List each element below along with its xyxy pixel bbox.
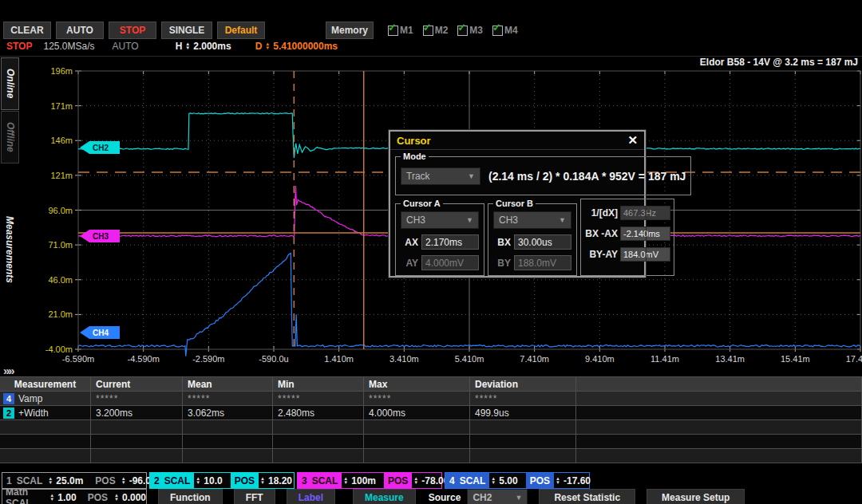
math-scal-value[interactable]: 1.00 xyxy=(57,492,76,503)
toolbar-row: CLEAR AUTO STOP SINGLE Default Memory ✓ … xyxy=(3,22,518,39)
x-tick-label: -590.0u xyxy=(259,354,288,364)
pos-label: POS xyxy=(526,473,554,488)
sidebar-tab-offline[interactable]: Offline xyxy=(1,111,19,163)
h-value: 2.000ms xyxy=(193,41,231,52)
col-measurement: Measurement xyxy=(0,376,91,392)
checkbox-icon[interactable]: ✓ xyxy=(457,26,468,36)
fft-button[interactable]: FFT xyxy=(234,489,275,504)
spinner-icon[interactable]: ▲▼ xyxy=(185,42,190,50)
pos-value[interactable]: 18.20 xyxy=(267,475,294,486)
spinner-icon[interactable]: ▲▼ xyxy=(121,477,126,485)
delay-control[interactable]: D ▲▼ 5.41000000ms xyxy=(255,41,338,52)
mode-dropdown[interactable]: Track ▼ xyxy=(401,167,480,185)
pos-label: POS xyxy=(231,473,259,488)
scal-value[interactable]: 5.00 xyxy=(497,475,519,486)
ax-field[interactable]: 2.170ms xyxy=(421,234,479,250)
spinner-icon[interactable]: ▲▼ xyxy=(114,494,119,502)
cell-deviation: 499.9us xyxy=(470,406,576,420)
table-row-empty xyxy=(0,420,862,435)
scal-value[interactable]: 25.0m xyxy=(54,475,85,486)
y-tick-label: 71.0m xyxy=(48,240,73,250)
d-value: 5.41000000ms xyxy=(273,41,338,52)
math-pos-value[interactable]: 0.000 xyxy=(122,492,146,503)
math-scal-label: Math SCAL xyxy=(2,486,46,504)
spinner-icon[interactable]: ▲▼ xyxy=(260,477,265,485)
measurement-name: Vamp xyxy=(18,393,42,404)
default-button[interactable]: Default xyxy=(217,22,265,39)
cursor-a-source-dropdown[interactable]: CH3 ▼ xyxy=(401,211,479,229)
pos-value[interactable]: -17.60 xyxy=(562,475,592,486)
table-row-vamp[interactable]: 4Vamp ***** ***** ***** ***** ***** xyxy=(0,392,862,406)
energy-formula: (2.14 ms / 2) * 0.184A * 952V = 187 mJ xyxy=(488,170,686,183)
scal-value[interactable]: 100m xyxy=(350,475,378,486)
table-row-pwidth[interactable]: 2+Width 3.200ms 3.062ms 2.480ms 4.000ms … xyxy=(0,406,862,420)
spinner-icon[interactable]: ▲▼ xyxy=(196,477,200,485)
channel-number: 2 xyxy=(154,475,160,486)
function-button[interactable]: Function xyxy=(158,489,223,504)
ay-label: AY xyxy=(401,258,418,269)
channel2-controls[interactable]: 2SCAL ▲▼ 10.0 POS ▲▼ 18.20 xyxy=(149,472,295,489)
cell-deviation: ***** xyxy=(470,392,576,406)
memory-slot-m4[interactable]: ✓ M4 xyxy=(492,25,518,36)
dialog-title: Cursor xyxy=(397,135,431,147)
source-label: Source xyxy=(429,492,461,503)
by-label: BY xyxy=(493,258,511,269)
bx-field[interactable]: 30.00us xyxy=(514,234,571,250)
channel4-controls[interactable]: 4SCAL ▲▼ 5.00 POS ▲▼ -17.60 xyxy=(445,472,590,489)
auto-button[interactable]: AUTO xyxy=(56,22,104,39)
acquisition-state: STOP xyxy=(6,41,32,52)
cell-current: 3.200ms xyxy=(91,406,183,420)
channel-number: 1 xyxy=(6,475,12,486)
x-tick-label: 9.410m xyxy=(585,354,615,364)
spinner-icon[interactable]: ▲▼ xyxy=(49,494,54,502)
checkbox-icon[interactable]: ✓ xyxy=(423,26,433,36)
scal-value[interactable]: 10.0 xyxy=(202,475,223,486)
label-button[interactable]: Label xyxy=(287,489,335,504)
math-measure-bar: Math SCAL ▲▼ 1.00 POS ▲▼ 0.000 Function … xyxy=(2,489,745,504)
y-tick-label: 21.0m xyxy=(48,309,73,319)
by-ay-value: 184.0mV xyxy=(620,247,670,262)
spinner-icon[interactable]: ▲▼ xyxy=(413,477,418,485)
stop-button[interactable]: STOP xyxy=(109,22,156,39)
sidebar-tab-online[interactable]: Online xyxy=(1,57,19,110)
spinner-icon[interactable]: ▲▼ xyxy=(265,42,270,50)
memory-slot-m1[interactable]: ✓ M1 xyxy=(388,25,413,36)
col-max: Max xyxy=(364,376,470,392)
cell-min: ***** xyxy=(273,392,364,406)
memory-button[interactable]: Memory xyxy=(326,22,374,39)
chevron-down-icon: ▼ xyxy=(515,494,522,502)
clear-button[interactable]: CLEAR xyxy=(3,22,51,39)
cursor-b-label: Cursor B xyxy=(493,199,536,208)
chevron-down-icon: ▼ xyxy=(468,172,475,180)
memory-slot-m2[interactable]: ✓ M2 xyxy=(423,25,449,36)
x-tick-label: -4.590m xyxy=(127,354,159,364)
checkbox-icon[interactable]: ✓ xyxy=(388,26,398,36)
spinner-icon[interactable]: ▲▼ xyxy=(343,477,348,485)
close-icon[interactable]: ✕ xyxy=(627,133,638,148)
cursor-b-source-dropdown[interactable]: CH3 ▼ xyxy=(493,211,571,229)
y-tick-label: 121m xyxy=(50,171,73,180)
spinner-icon[interactable]: ▲▼ xyxy=(48,477,53,485)
source-dropdown[interactable]: CH2 ▼ xyxy=(467,489,528,504)
inv-dx-label: 1/[dX] xyxy=(584,207,618,219)
memory-slot-m3[interactable]: ✓ M3 xyxy=(457,25,483,36)
single-button[interactable]: SINGLE xyxy=(161,22,212,39)
math-pos-label: POS xyxy=(85,492,111,503)
spinner-icon[interactable]: ▲▼ xyxy=(491,477,496,485)
horizontal-scale-control[interactable]: H ▲▼ 2.000ms xyxy=(176,41,231,52)
measure-button[interactable]: Measure xyxy=(353,489,416,504)
channel3-controls[interactable]: 3SCAL ▲▼ 100m POS ▲▼ -78.00m xyxy=(297,472,442,489)
bx-ax-value: -2.140ms xyxy=(620,226,670,241)
spinner-icon[interactable]: ▲▼ xyxy=(556,477,560,485)
measure-setup-button[interactable]: Measure Setup xyxy=(646,489,745,504)
math-controls[interactable]: Math SCAL ▲▼ 1.00 POS ▲▼ 0.000 xyxy=(2,489,147,504)
y-tick-label: 46.0m xyxy=(48,275,73,285)
status-row: STOP 125.0MSa/s AUTO H ▲▼ 2.000ms D ▲▼ 5… xyxy=(6,40,338,53)
col-deviation: Deviation xyxy=(470,376,576,392)
panel-expander-icon[interactable]: »» xyxy=(3,364,14,377)
reset-statistic-button[interactable]: Reset Statistic xyxy=(539,489,635,504)
scope-region: Eldor B58 - 14V @ 3.2 ms = 187 mJ -6.590… xyxy=(0,56,862,376)
channel-settings-bar: 1SCAL ▲▼ 25.0m POS ▲▼ -96.00m 2SCAL ▲▼ 1… xyxy=(2,472,592,489)
dialog-titlebar[interactable]: Cursor ✕ xyxy=(390,132,644,150)
checkbox-icon[interactable]: ✓ xyxy=(492,26,503,36)
